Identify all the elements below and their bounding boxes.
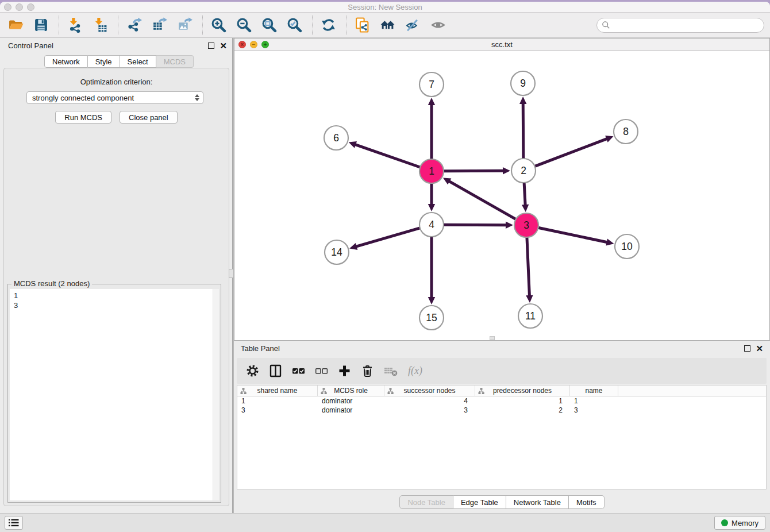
tab-network-table[interactable]: Network Table (506, 495, 569, 509)
open-session-button[interactable] (7, 17, 24, 34)
edge-1-6[interactable] (356, 145, 419, 167)
select-all-columns-button[interactable] (292, 364, 305, 379)
edge-3-11[interactable] (527, 238, 529, 295)
edge-1-2[interactable] (444, 171, 503, 171)
tab-edge-table[interactable]: Edge Table (453, 495, 506, 509)
result-scrollbar[interactable] (213, 289, 219, 500)
mcds-result-lines: 13 (10, 289, 219, 310)
cell-name[interactable]: 3 (570, 406, 618, 414)
zoom-in-icon (211, 17, 226, 33)
delete-table-icon (384, 364, 398, 377)
tab-mcds[interactable]: MCDS (156, 55, 194, 68)
edge-2-8[interactable] (536, 139, 607, 166)
cell-predecessor-nodes[interactable]: 1 (475, 397, 570, 405)
delete-table-button[interactable] (384, 364, 398, 379)
column-header-predecessor-nodes[interactable]: predecessor nodes (475, 385, 570, 396)
run-mcds-button[interactable]: Run MCDS (55, 111, 111, 124)
hide-selected-button[interactable] (404, 17, 421, 34)
tab-network[interactable]: Network (44, 55, 88, 68)
column-header-mcds-role[interactable]: MCDS role (318, 385, 384, 396)
edge-2-9[interactable] (523, 104, 523, 158)
unselect-all-columns-button[interactable] (315, 364, 328, 379)
tab-select[interactable]: Select (120, 55, 156, 68)
cell-shared-name[interactable]: 3 (237, 406, 318, 414)
export-table-button[interactable] (151, 17, 168, 34)
tab-motifs[interactable]: Motifs (569, 495, 605, 509)
splitter-grip[interactable] (229, 269, 234, 278)
column-header-successor-nodes[interactable]: successor nodes (384, 385, 475, 396)
cell-name[interactable]: 1 (570, 397, 618, 405)
cell-shared-name[interactable]: 1 (237, 397, 318, 405)
create-column-button[interactable] (338, 364, 351, 379)
cell-successor-nodes[interactable]: 3 (384, 406, 475, 414)
clone-network-icon (355, 17, 370, 33)
panel-list-button[interactable] (5, 516, 23, 530)
cell-predecessor-nodes[interactable]: 2 (475, 406, 570, 414)
float-panel-icon[interactable] (208, 43, 214, 49)
tab-node-table[interactable]: Node Table (399, 495, 453, 509)
edge-3-1[interactable] (449, 182, 515, 219)
function-builder-button[interactable]: f(x) (408, 364, 422, 379)
table-panel-tabs: Node TableEdge TableNetwork TableMotifs (234, 495, 770, 509)
search-input[interactable] (613, 20, 764, 31)
memory-button[interactable]: Memory (714, 516, 765, 530)
first-neighbors-button[interactable] (379, 17, 396, 34)
column-header-label: name (585, 387, 602, 395)
plus-icon (338, 364, 351, 377)
result-line: 1 (14, 291, 219, 300)
mcds-result-area[interactable]: 13 (10, 289, 219, 500)
mcds-result-title: MCDS result (2 nodes) (11, 279, 92, 288)
zoom-in-button[interactable] (210, 17, 227, 34)
graph-node-label-8: 8 (623, 126, 629, 137)
node-table[interactable]: shared nameMCDS rolesuccessor nodesprede… (237, 385, 767, 489)
edge-arrowhead (428, 297, 435, 304)
close-panel-button[interactable]: Close panel (120, 111, 178, 124)
float-table-panel-icon[interactable] (744, 345, 750, 352)
mcds-panel: Optimization criterion: strongly connect… (3, 68, 229, 506)
zoom-out-button[interactable] (235, 17, 252, 34)
edge-arrowhead (522, 205, 529, 212)
table-panel: Table Panel ✕ f(x) shared (234, 341, 770, 513)
show-all-button[interactable] (429, 17, 446, 34)
cell-mcds-role[interactable]: dominator (318, 406, 384, 414)
show-columns-button[interactable] (269, 364, 282, 379)
import-network-button[interactable] (66, 17, 83, 34)
criterion-select[interactable]: strongly connected component (26, 91, 203, 104)
export-network-button[interactable] (125, 17, 143, 34)
cell-mcds-role[interactable]: dominator (318, 397, 384, 405)
table-settings-button[interactable] (246, 364, 259, 379)
column-header-shared-name[interactable]: shared name (237, 385, 318, 396)
edge-4-3[interactable] (444, 225, 506, 225)
edge-arrowhead (349, 141, 357, 148)
table-row[interactable]: 3dominator323 (237, 406, 766, 415)
close-table-panel-icon[interactable]: ✕ (756, 345, 763, 352)
network-view-window: scc.txt × − + 7968124314101511 (234, 38, 770, 341)
edge-2-3[interactable] (524, 183, 525, 205)
table-row[interactable]: 1dominator411 (237, 396, 766, 406)
search-field[interactable] (596, 18, 764, 33)
edge-arrowhead (506, 222, 513, 229)
list-icon (9, 519, 19, 527)
clone-network-button[interactable] (353, 17, 371, 34)
zoom-fit-button[interactable] (260, 17, 278, 34)
column-type-icon (387, 388, 394, 396)
column-header-name[interactable]: name (570, 385, 618, 396)
edge-3-10[interactable] (539, 228, 607, 242)
graph-node-label-11: 11 (525, 310, 536, 322)
search-icon (602, 21, 610, 29)
edge-4-14[interactable] (357, 228, 419, 246)
import-table-button[interactable] (91, 17, 109, 34)
edge-arrowhead (349, 243, 357, 250)
network-graph-canvas[interactable]: 7968124314101511 (234, 51, 769, 340)
save-session-button[interactable] (32, 17, 49, 34)
delete-column-button[interactable] (361, 364, 374, 379)
column-type-icon (240, 388, 247, 396)
refresh-button[interactable] (319, 17, 337, 34)
close-panel-icon[interactable]: ✕ (220, 43, 227, 49)
cell-successor-nodes[interactable]: 4 (384, 397, 475, 405)
network-resize-grip[interactable] (490, 336, 495, 340)
toolbar-separator (59, 16, 59, 35)
zoom-selected-button[interactable] (286, 17, 303, 34)
tab-style[interactable]: Style (88, 55, 120, 68)
export-image-button[interactable] (176, 17, 193, 34)
